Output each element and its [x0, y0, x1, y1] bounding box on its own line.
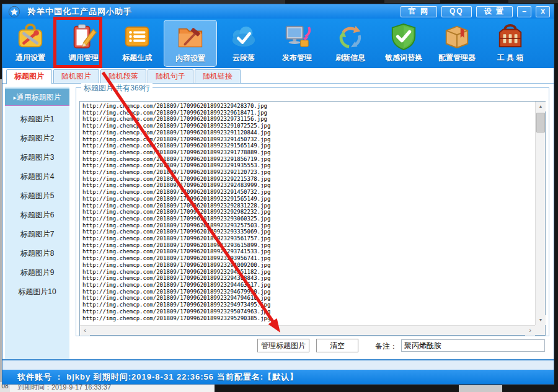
url-line: http://img.chemcp.com/201809/17099620189… — [82, 315, 535, 322]
background-fragment — [459, 385, 502, 392]
url-line: http://img.chemcp.com/201809/17099620189… — [82, 129, 535, 136]
url-line: http://img.chemcp.com/201809/17099620189… — [82, 136, 535, 143]
url-line: http://img.chemcp.com/201809/17099620189… — [82, 269, 535, 276]
scroll-up-icon[interactable]: ▲ — [536, 102, 546, 111]
title-images-groupbox: 标题图片,共有369行 http://img.chemcp.com/201809… — [76, 87, 549, 336]
clear-button[interactable]: 清空 — [316, 339, 358, 352]
list-lines-icon — [123, 22, 151, 51]
qq-button[interactable]: QQ — [441, 6, 472, 17]
toolbar-item[interactable]: 工 具 箱 — [484, 20, 537, 67]
titlebar-buttons: 官 网 QQ 设 置 – x — [401, 6, 550, 17]
url-list: http://img.chemcp.com/201809/17099620189… — [80, 102, 535, 325]
sidebar-item[interactable]: 标题图片5 — [5, 186, 69, 206]
toolbar-item[interactable]: 云段落 — [217, 20, 270, 67]
url-line: http://img.chemcp.com/201809/17099620189… — [82, 110, 535, 116]
toolbar-item[interactable]: 敏感词替换 — [377, 20, 430, 67]
sidebar-item[interactable]: 标题图片4 — [5, 167, 69, 186]
url-line: http://img.chemcp.com/201809/17099620189… — [82, 248, 535, 255]
url-line: http://img.chemcp.com/201809/17099620189… — [82, 216, 535, 222]
toolbox-red-icon — [496, 22, 525, 51]
cloud-check-icon — [229, 22, 258, 51]
settings-button[interactable]: 设 置 — [476, 6, 513, 17]
toolbar-item[interactable]: 配置管理器 — [430, 20, 484, 67]
url-line: http://img.chemcp.com/201809/17099620189… — [82, 103, 535, 110]
app-logo-star-icon — [8, 6, 20, 18]
tab-strip: 标题图片随机图片随机段落随机句子随机链接 — [2, 69, 554, 84]
url-line: http://img.chemcp.com/201809/17099620189… — [82, 149, 535, 156]
scrollbar-corner — [535, 325, 545, 335]
url-line: http://img.chemcp.com/201809/17099620189… — [82, 156, 535, 163]
url-line: http://img.chemcp.com/201809/17099620189… — [82, 189, 535, 196]
url-line: http://img.chemcp.com/201809/17099620189… — [82, 235, 535, 242]
url-line: http://img.chemcp.com/201809/17099620189… — [82, 308, 535, 315]
sidebar-item[interactable]: 标题图片3 — [5, 148, 69, 167]
scroll-down-icon[interactable]: ▼ — [536, 315, 546, 325]
tab[interactable]: 标题图片 — [6, 69, 52, 84]
horizontal-scrollbar[interactable]: ‹ › — [80, 325, 535, 335]
url-line: http://img.chemcp.com/201809/17099620189… — [82, 209, 535, 216]
vertical-scrollbar[interactable]: ▲ ▼ — [535, 102, 545, 325]
manage-title-images-button[interactable]: 管理标题图片 — [257, 339, 309, 352]
sidebar-item[interactable]: 通用标题图片 — [5, 89, 69, 106]
sidebar-item[interactable]: 标题图片10 — [5, 282, 69, 302]
toolbar-item[interactable]: 发布管理 — [270, 20, 324, 67]
titlebar[interactable]: 羚羊中国化工产品网小助手 官 网 QQ 设 置 – x — [2, 4, 554, 19]
main-toolbar: 通用设置 调用管理 标题生成 内容设置 — [2, 19, 554, 68]
url-line: http://img.chemcp.com/201809/17099620189… — [82, 289, 535, 295]
note-input[interactable] — [401, 339, 545, 352]
shield-check-icon — [389, 22, 418, 51]
sidebar-item[interactable]: 标题图片9 — [5, 263, 69, 282]
window-title: 羚羊中国化工产品网小助手 — [28, 6, 132, 17]
url-line: http://img.chemcp.com/201809/17099620189… — [82, 203, 535, 209]
toolbar-item[interactable]: 内容设置 — [164, 20, 217, 67]
statusbar: 软件账号 ： bjkby 到期时间:2019-8-31 22:36:56 当前配… — [2, 370, 554, 384]
url-line: http://img.chemcp.com/201809/17099620189… — [82, 255, 535, 262]
sidebar-item[interactable]: 标题图片6 — [5, 206, 69, 225]
refresh-arrows-icon — [336, 22, 365, 51]
scrollbar-thumb[interactable] — [536, 113, 545, 133]
folder-hammer-icon — [176, 23, 205, 51]
desktop: 08 到期时间：2019-9-17 16:33:37 羚羊中国化工产品网小助手 … — [0, 0, 558, 392]
url-line: http://img.chemcp.com/201809/17099620189… — [82, 116, 535, 123]
url-line: http://img.chemcp.com/201809/17099620189… — [82, 142, 535, 149]
lower-panel — [2, 360, 554, 370]
toolbar-item[interactable]: 通用设置 — [4, 20, 57, 67]
background-time-fragment: 到期时间：2019-9-17 16:33:37 — [10, 383, 215, 392]
toolbox-yellow-icon — [16, 22, 45, 51]
url-line: http://img.chemcp.com/201809/17099620189… — [82, 176, 535, 183]
scroll-right-icon[interactable]: › — [525, 326, 535, 336]
url-line: http://img.chemcp.com/201809/17099620189… — [82, 182, 535, 189]
url-line: http://img.chemcp.com/201809/17099620189… — [82, 123, 535, 129]
toolbar-item[interactable]: 刷新信息 — [324, 20, 377, 67]
url-line: http://img.chemcp.com/201809/17099620189… — [82, 242, 535, 249]
background-block — [508, 0, 558, 3]
status-text: 软件账号 ： bjkby 到期时间:2019-8-31 22:36:56 当前配… — [17, 372, 298, 383]
url-listbox[interactable]: http://img.chemcp.com/201809/17099620189… — [79, 101, 546, 336]
clipboard-pencil-icon — [69, 22, 98, 51]
sidebar: 通用标题图片标题图片1标题图片2标题图片3标题图片4标题图片5标题图片6标题图片… — [5, 87, 69, 359]
tab[interactable]: 随机段落 — [100, 69, 146, 83]
scroll-left-icon[interactable]: ‹ — [80, 326, 90, 336]
toolbar-item[interactable]: 标题生成 — [110, 20, 164, 67]
sidebar-item[interactable]: 标题图片1 — [5, 110, 69, 129]
sidebar-item[interactable]: 标题图片2 — [5, 129, 69, 148]
background-block — [384, 0, 440, 3]
app-window: 羚羊中国化工产品网小助手 官 网 QQ 设 置 – x 通用设置 — [2, 4, 554, 385]
url-line: http://img.chemcp.com/201809/17099620189… — [82, 302, 535, 308]
tab[interactable]: 随机链接 — [195, 69, 241, 83]
toolbar-item[interactable]: 调用管理 — [57, 20, 110, 67]
close-button[interactable]: x — [536, 6, 550, 17]
config-box-icon — [443, 22, 471, 51]
tab[interactable]: 随机图片 — [53, 69, 99, 83]
minimize-button[interactable]: – — [517, 6, 531, 17]
tab[interactable]: 随机句子 — [148, 69, 193, 83]
url-line: http://img.chemcp.com/201809/17099620189… — [82, 222, 535, 229]
main-panel: 标题图片随机图片随机段落随机句子随机链接 通用标题图片标题图片1标题图片2标题图… — [2, 68, 554, 360]
url-line: http://img.chemcp.com/201809/17099620189… — [82, 275, 535, 282]
url-line: http://img.chemcp.com/201809/17099620189… — [82, 295, 535, 302]
official-site-button[interactable]: 官 网 — [401, 6, 437, 17]
monitor-publish-icon — [283, 22, 311, 51]
url-line: http://img.chemcp.com/201809/17099620189… — [82, 229, 535, 235]
sidebar-item[interactable]: 标题图片7 — [5, 225, 69, 244]
sidebar-item[interactable]: 标题图片8 — [5, 244, 69, 263]
